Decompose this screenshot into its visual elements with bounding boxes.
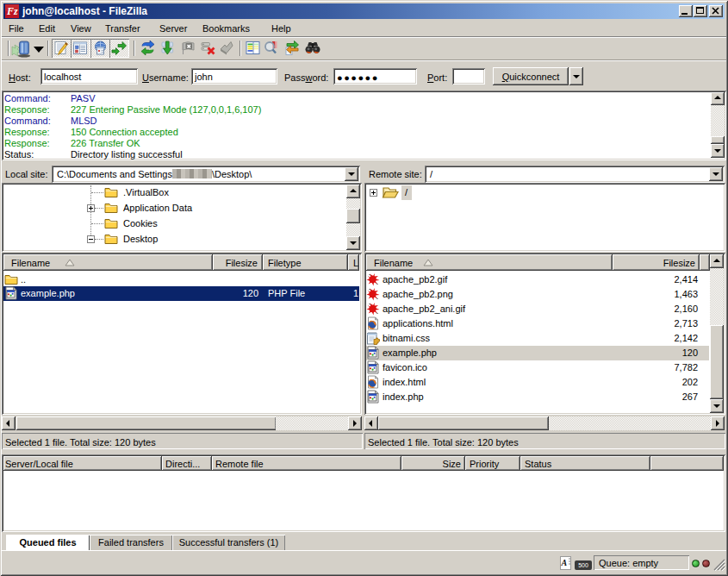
svg-text:Fz: Fz	[6, 5, 18, 17]
svg-text:A: A	[561, 558, 568, 567]
